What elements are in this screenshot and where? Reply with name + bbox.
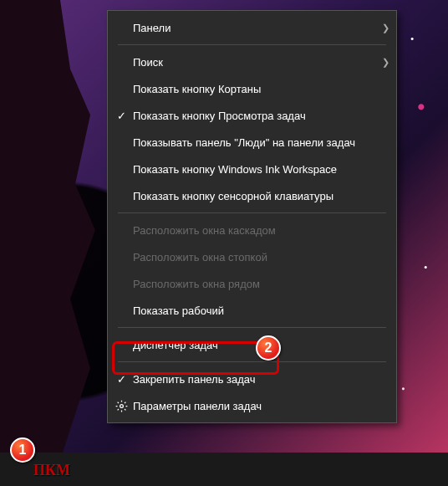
menu-item-search[interactable]: Поиск ❯ [108, 49, 396, 75]
menu-item-stacked: Расположить окна стопкой [108, 243, 396, 270]
menu-label: Поиск [131, 56, 374, 69]
menu-item-people[interactable]: Показывать панель "Люди" на панели задач [108, 129, 396, 156]
menu-item-taskview[interactable]: ✓ Показать кнопку Просмотра задач [108, 102, 396, 129]
check-icon: ✓ [111, 110, 131, 122]
menu-item-touch-keyboard[interactable]: Показать кнопку сенсорной клавиатуры [108, 182, 396, 209]
annotation-badge-2: 2 [256, 335, 281, 361]
menu-separator [118, 212, 386, 213]
menu-item-taskbar-settings[interactable]: Параметры панели задач [108, 392, 396, 419]
wallpaper-silhouette [0, 0, 100, 460]
menu-item-task-manager[interactable]: Диспетчер задач [108, 331, 396, 358]
menu-item-panels[interactable]: Панели ❯ [108, 14, 396, 41]
chevron-right-icon: ❯ [374, 57, 389, 68]
menu-item-cascade: Расположить окна каскадом [108, 217, 396, 243]
check-icon: ✓ [111, 373, 131, 386]
annotation-badge-1: 1 [10, 437, 35, 463]
badge-number: 2 [265, 340, 272, 356]
taskbar-context-menu: Панели ❯ Поиск ❯ Показать кнопку Кортаны… [107, 10, 397, 423]
menu-label: Показать кнопку сенсорной клавиатуры [131, 190, 389, 202]
badge-number: 1 [19, 443, 27, 458]
menu-label: Показывать панель "Люди" на панели задач [131, 136, 389, 149]
menu-label: Показать рабочий [131, 304, 389, 317]
menu-item-lock-taskbar[interactable]: ✓ Закрепить панель задач [108, 366, 396, 392]
svg-point-0 [120, 404, 123, 407]
menu-separator [118, 44, 386, 45]
menu-item-cortana[interactable]: Показать кнопку Кортаны [108, 75, 396, 102]
menu-label: Показать кнопку Просмотра задач [131, 110, 389, 122]
menu-separator [118, 361, 386, 362]
menu-label: Закрепить панель задач [131, 373, 389, 386]
chevron-right-icon: ❯ [374, 23, 389, 33]
menu-label: Показать кнопку Windows Ink Workspace [131, 163, 389, 176]
menu-label: Показать кнопку Кортаны [131, 83, 389, 95]
menu-item-sidebyside: Расположить окна рядом [108, 270, 396, 297]
menu-label: Расположить окна стопкой [131, 251, 389, 263]
menu-item-ink[interactable]: Показать кнопку Windows Ink Workspace [108, 156, 396, 182]
menu-separator [118, 327, 386, 328]
menu-label: Панели [131, 22, 374, 34]
menu-label: Расположить окна каскадом [131, 224, 389, 237]
menu-label: Расположить окна рядом [131, 278, 389, 290]
gear-icon [111, 400, 131, 412]
menu-label: Параметры панели задач [131, 400, 389, 412]
annotation-rightclick-label: ПКМ [33, 462, 70, 479]
menu-item-show-desktop[interactable]: Показать рабочий [108, 297, 396, 324]
